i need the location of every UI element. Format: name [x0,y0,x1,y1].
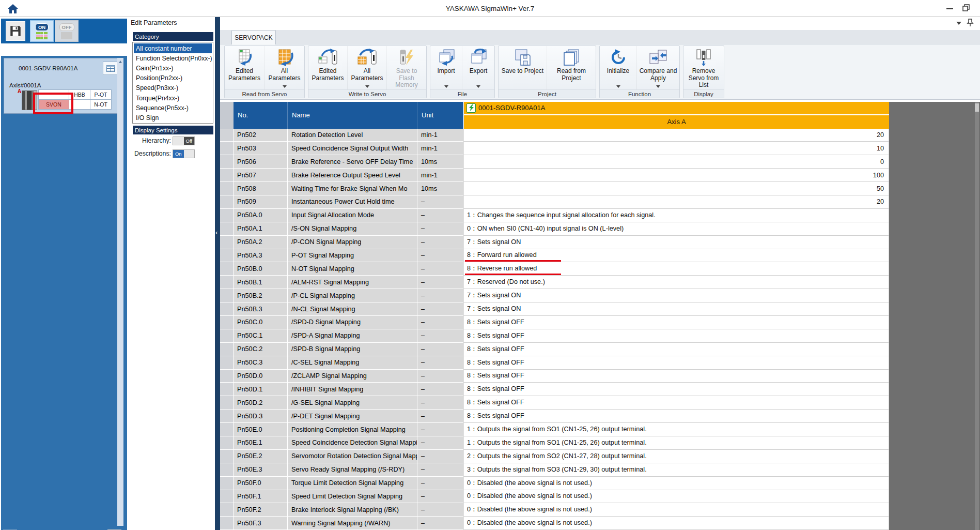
param-no-cell[interactable]: Pn509 [234,195,288,209]
param-no-cell[interactable]: Pn50C.3 [234,356,288,370]
param-no-cell[interactable]: Pn50D.2 [234,396,288,410]
param-no-cell[interactable]: Pn50F.0 [234,477,288,490]
param-name-cell[interactable]: Warning Signal Mapping (/WARN) [288,517,417,530]
scrollbar-thumb[interactable] [975,103,979,112]
vertical-scrollbar[interactable] [975,102,979,530]
param-name-cell[interactable]: /N-CL Signal Mapping [288,302,417,316]
param-no-cell[interactable]: Pn50B.0 [234,262,288,276]
category-item[interactable]: Position(Pn2xx-) [134,73,212,83]
minimize-button[interactable] [946,8,953,9]
row-selector-cell[interactable] [220,329,234,343]
param-no-cell[interactable]: Pn50A.2 [234,236,288,249]
param-value-cell[interactable]: 0：Disabled (the above signal is not used… [463,517,889,530]
param-value-cell[interactable]: 1：Outputs the signal from SO1 (CN1-25, 2… [463,436,889,450]
row-selector-cell[interactable] [220,396,234,410]
param-no-cell[interactable]: Pn50C.1 [234,329,288,343]
toggle-state[interactable]: Off [184,137,195,145]
row-selector-cell[interactable] [220,490,234,504]
param-name-cell[interactable]: /SPD-A Signal Mapping [288,329,417,343]
param-value-cell[interactable]: 1：Changes the sequence input signal allo… [463,209,889,222]
param-name-cell[interactable]: Speed Coincidence Detection Signal Mappi… [288,436,417,450]
param-no-cell[interactable]: Pn507 [234,169,288,182]
param-no-cell[interactable]: Pn50A.0 [234,209,288,222]
param-name-cell[interactable]: /G-SEL Signal Mapping [288,396,417,410]
param-value-cell[interactable]: 2：Outputs the signal from SO2 (CN1-27, 2… [463,450,889,463]
row-selector-cell[interactable] [220,289,234,302]
param-value-cell[interactable]: 8：Sets signal OFF [463,370,889,383]
param-name-cell[interactable]: Brake Interlock Signal Mapping (/BK) [288,503,417,517]
chevron-down-icon[interactable] [956,22,961,25]
param-name-cell[interactable]: /S-ON Signal Mapping [288,222,417,236]
save-button[interactable] [6,21,25,41]
param-name-cell[interactable]: /SPD-D Signal Mapping [288,316,417,329]
column-header-name[interactable]: Name [288,102,417,129]
dropdown-caret-icon[interactable] [476,85,480,88]
read-all-parameters-button[interactable]: All Parameters [265,46,304,89]
hierarchy-toggle[interactable]: Off [173,137,195,145]
row-selector-cell[interactable] [220,383,234,396]
toggle-off-side[interactable] [173,137,184,145]
param-name-cell[interactable]: /C-SEL Signal Mapping [288,356,417,370]
param-no-cell[interactable]: Pn50B.2 [234,289,288,302]
param-no-cell[interactable]: Pn50B.1 [234,276,288,289]
panel-splitter[interactable]: ‹ [215,17,220,530]
scroll-up-icon[interactable] [119,60,122,63]
parameter-grid-button[interactable] [103,62,118,75]
param-value-cell[interactable]: 8：Sets signal OFF [463,356,889,370]
param-value-cell[interactable]: 7：Sets signal ON [463,236,889,249]
param-no-cell[interactable]: Pn50D.3 [234,410,288,423]
param-value-cell[interactable]: 8：Sets signal OFF [463,410,889,423]
param-value-cell[interactable]: 3：Outputs the signal from SO3 (CN1-29, 3… [463,463,889,477]
tab-servopack[interactable]: SERVOPACK [231,30,276,44]
row-selector-cell[interactable] [220,463,234,477]
pin-icon[interactable] [967,19,974,29]
param-name-cell[interactable]: Servo Ready Signal Mapping (/S-RDY) [288,463,417,477]
param-no-cell[interactable]: Pn503 [234,142,288,155]
param-no-cell[interactable]: Pn50F.1 [234,490,288,504]
param-value-cell[interactable]: 7：Sets signal ON [463,289,889,302]
dropdown-caret-icon[interactable] [365,85,369,88]
row-selector-cell[interactable] [220,262,234,276]
category-item[interactable]: I/O Sign [134,113,212,123]
save-to-project-button[interactable]: Save to Project [499,46,547,89]
param-no-cell[interactable]: Pn50F.3 [234,517,288,530]
param-name-cell[interactable]: Servomotor Rotation Detection Signal Map… [288,450,417,463]
param-no-cell[interactable]: Pn50C.0 [234,316,288,329]
param-name-cell[interactable]: Waiting Time for Brake Signal When Mo [288,182,417,195]
toggle-off-side[interactable] [184,150,195,158]
param-name-cell[interactable]: Rotation Detection Level [288,129,417,142]
row-selector-cell[interactable] [220,343,234,356]
restore-button[interactable] [962,4,970,13]
param-name-cell[interactable]: Brake Reference Output Speed Level [288,169,417,182]
collapse-chevron-icon[interactable]: ‹ [215,229,217,236]
dropdown-caret-icon[interactable] [616,85,620,88]
write-edited-parameters-button[interactable]: Edited Parameters [308,46,348,89]
param-value-cell[interactable]: 8：Sets signal OFF [463,343,889,356]
param-value-cell[interactable]: 8：Sets signal OFF [463,316,889,329]
column-header-unit[interactable]: Unit [417,102,463,129]
param-no-cell[interactable]: Pn50E.3 [234,463,288,477]
param-name-cell[interactable]: /P-CON Signal Mapping [288,236,417,249]
row-selector-cell[interactable] [220,450,234,463]
param-value-cell[interactable]: 0 [463,155,889,169]
read-edited-parameters-button[interactable]: Edited Parameters [225,46,265,89]
param-name-cell[interactable]: /INHIBIT Signal Mapping [288,383,417,396]
row-selector-cell[interactable] [220,129,234,142]
category-item[interactable]: Speed(Pn3xx-) [134,83,212,93]
param-value-cell[interactable]: 0：ON when SI0 (CN1-40) input signal is O… [463,222,889,236]
initialize-button[interactable]: Initialize [600,46,637,89]
row-selector-cell[interactable] [220,155,234,169]
param-no-cell[interactable]: Pn50E.0 [234,423,288,436]
param-name-cell[interactable]: /P-DET Signal Mapping [288,410,417,423]
param-value-cell[interactable]: 8：Sets signal OFF [463,396,889,410]
param-no-cell[interactable]: Pn50A.3 [234,249,288,263]
compare-and-apply-button[interactable]: Compare and Apply [637,46,679,89]
param-value-cell[interactable]: 8：Reverse run allowed [463,262,889,276]
param-value-cell[interactable]: 8：Forward run allowed [463,249,889,263]
param-value-cell[interactable]: 0：Disabled (the above signal is not used… [463,477,889,490]
servo-off-button[interactable]: OFF [55,20,79,42]
row-selector-cell[interactable] [220,169,234,182]
param-no-cell[interactable]: Pn50E.2 [234,450,288,463]
row-selector-cell[interactable] [220,302,234,316]
param-value-cell[interactable]: 10 [463,142,889,155]
